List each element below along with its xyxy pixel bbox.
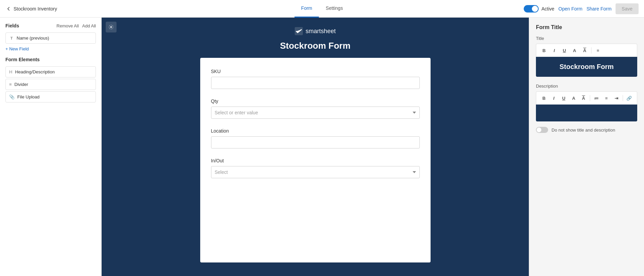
desc-link-button[interactable]: 🔗 [625,94,633,102]
top-nav: Stockroom Inventory Form Settings Active… [0,0,644,18]
field-type-badge: T [9,36,14,40]
element-divider[interactable]: ≡ Divider [5,79,96,90]
qty-select[interactable]: Select or enter value [211,107,420,119]
underline-button[interactable]: U [560,46,569,55]
form-header-bar: smartsheet Stockroom Form [102,18,529,58]
desc-toolbar-divider-1 [590,95,590,101]
desc-preview-box [536,105,637,121]
sku-label: SKU [211,69,420,74]
right-sidebar-title: Form Title [536,24,637,30]
heading-icon: H [9,69,12,74]
nav-left: Stockroom Inventory [5,6,57,12]
main-layout: Fields Remove All Add All T Name (previo… [0,18,644,276]
title-preview-box: Stockroom Form [536,57,637,77]
bold-button[interactable]: B [540,46,548,55]
field-item-label: Name (previous) [17,36,49,41]
desc-toolbar: B I U A Ā ≔ ≡ ⇥ 🔗 [536,91,637,105]
italic-button[interactable]: I [550,46,559,55]
new-field-button[interactable]: + New Field [5,46,96,51]
left-sidebar: Fields Remove All Add All T Name (previo… [0,18,102,276]
description-label: Description [536,84,637,89]
element-file-upload-label: File Upload [17,94,40,99]
file-upload-icon: 📎 [9,94,15,99]
align-button[interactable]: ≡ [594,46,602,55]
title-preview-text: Stockroom Form [542,63,631,71]
toggle-knob [532,6,538,12]
open-form-button[interactable]: Open Form [558,6,582,12]
form-preview-area: smartsheet Stockroom Form SKU Qty Select… [102,18,529,276]
desc-toolbar-divider-2 [623,95,623,101]
element-heading-label: Heading/Description [15,69,55,74]
do-not-show-toggle[interactable] [536,127,548,133]
right-sidebar: Form Title Title B I U A Ā ≡ Stockroom F… [529,18,644,276]
svg-point-0 [110,26,112,28]
form-title-display: Stockroom Form [280,41,350,51]
desc-indent-button[interactable]: ⇥ [612,94,621,102]
element-divider-label: Divider [15,82,28,87]
remove-all-button[interactable]: Remove All [57,23,79,28]
desc-ordered-list-button[interactable]: ≔ [592,94,601,102]
desc-font-color-button[interactable]: A [569,94,578,102]
element-heading[interactable]: H Heading/Description [5,66,96,77]
small-toggle-knob [537,128,541,132]
do-not-show-label: Do not show title and description [552,128,615,133]
fields-title: Fields [5,23,19,28]
title-toolbar: B I U A Ā ≡ [536,44,637,57]
desc-italic-button[interactable]: I [549,94,558,102]
highlight-button[interactable]: Ā [580,46,589,55]
nav-center: Form Settings [294,0,350,18]
form-white-area: SKU Qty Select or enter value Location I… [200,58,431,262]
do-not-show-row: Do not show title and description [536,127,637,133]
location-label: Location [211,128,420,134]
active-toggle[interactable] [524,5,539,13]
desc-underline-button[interactable]: U [559,94,568,102]
field-item-name[interactable]: T Name (previous) [5,32,96,44]
smartsheet-logo-text: smartsheet [306,28,336,35]
fields-section-header: Fields Remove All Add All [5,23,96,28]
save-button[interactable]: Save [616,3,639,14]
title-label: Title [536,36,637,41]
font-color-button[interactable]: A [570,46,579,55]
nav-right: Active Open Form Share Form Save [524,3,639,14]
sku-input[interactable] [211,77,420,89]
share-form-button[interactable]: Share Form [586,6,611,12]
active-label: Active [541,6,554,12]
desc-unordered-list-button[interactable]: ≡ [602,94,610,102]
desc-highlight-button[interactable]: Ā [579,94,588,102]
add-all-button[interactable]: Add All [82,23,96,28]
location-input[interactable] [211,136,420,148]
form-field-location: Location [211,128,420,148]
inout-select[interactable]: Select [211,166,420,178]
qty-label: Qty [211,98,420,104]
element-file-upload[interactable]: 📎 File Upload [5,91,96,102]
form-field-qty: Qty Select or enter value [211,98,420,119]
form-field-sku: SKU [211,69,420,89]
active-toggle-wrap: Active [524,5,554,13]
fields-actions: Remove All Add All [57,23,96,28]
tab-form[interactable]: Form [294,0,319,18]
form-elements-title: Form Elements [5,57,96,62]
divider-icon: ≡ [9,82,12,87]
toolbar-divider [591,47,591,53]
app-title: Stockroom Inventory [14,6,57,12]
back-button[interactable]: Stockroom Inventory [5,6,57,12]
smartsheet-logo: smartsheet [295,27,336,35]
desc-bold-button[interactable]: B [540,94,548,102]
form-theme-toggle-button[interactable] [106,22,117,32]
tab-settings[interactable]: Settings [319,0,350,18]
form-field-inout: In/Out Select [211,158,420,178]
inout-label: In/Out [211,158,420,163]
